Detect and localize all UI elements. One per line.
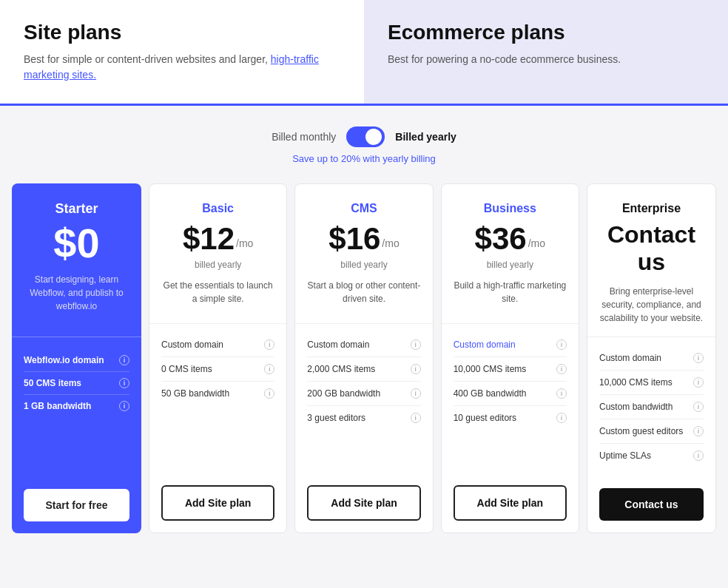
billing-toggle-row: Billed monthly Billed yearly: [272, 126, 456, 147]
enterprise-feature-editors: Custom guest editors i: [599, 419, 704, 444]
cms-feature-cms: 2,000 CMS items i: [307, 357, 420, 382]
business-header: Business $36 /mo billed yearly Build a h…: [442, 184, 579, 324]
cms-price-unit: /mo: [382, 237, 399, 249]
business-tagline: Build a high-traffic marketing site.: [454, 279, 567, 311]
billing-toggle[interactable]: [346, 126, 385, 147]
starter-cta-button[interactable]: Start for free: [24, 489, 129, 521]
basic-tagline: Get the essentials to launch a simple si…: [161, 279, 274, 311]
cms-price: $16: [328, 221, 380, 257]
business-info-cms[interactable]: i: [556, 364, 567, 374]
cms-info-domain[interactable]: i: [411, 339, 421, 350]
business-feature-cms: 10,000 CMS items i: [454, 357, 567, 382]
business-info-editors[interactable]: i: [556, 413, 567, 423]
info-icon-cms[interactable]: i: [119, 378, 129, 388]
starter-feature-bandwidth: 1 GB bandwidth i: [24, 395, 129, 417]
site-plans-title: Site plans: [24, 21, 340, 44]
enterprise-name: Enterprise: [599, 202, 704, 215]
cms-info-bandwidth[interactable]: i: [411, 388, 421, 399]
basic-feature-cms: 0 CMS items i: [161, 357, 274, 382]
enterprise-features: Custom domain i 10,000 CMS items i Custo…: [587, 337, 715, 476]
basic-name: Basic: [161, 202, 274, 215]
site-plans-desc: Best for simple or content-driven websit…: [24, 52, 340, 83]
business-feature-editors: 10 guest editors i: [454, 406, 567, 430]
enterprise-info-cms[interactable]: i: [693, 377, 704, 388]
enterprise-info-sla[interactable]: i: [693, 450, 704, 461]
business-name: Business: [454, 202, 567, 215]
cms-features: Custom domain i 2,000 CMS items i 200 GB…: [295, 324, 432, 473]
business-price-unit: /mo: [528, 237, 545, 249]
billing-save-text: Save up to 20% with yearly billing: [292, 153, 436, 164]
cms-cms-label: 2,000 CMS items: [307, 364, 375, 374]
enterprise-feature-sla: Uptime SLAs i: [599, 444, 704, 467]
cms-bandwidth-label: 200 GB bandwidth: [307, 388, 380, 399]
enterprise-info-editors[interactable]: i: [693, 426, 704, 436]
business-price: $36: [475, 221, 527, 257]
basic-price: $12: [183, 221, 235, 257]
basic-cta-button[interactable]: Add Site plan: [161, 485, 274, 521]
starter-feature-cms-label: 50 CMS items: [24, 378, 81, 388]
enterprise-sla-label: Uptime SLAs: [599, 450, 651, 461]
cms-price-row: $16 /mo: [307, 221, 420, 257]
plan-card-starter: Starter $0 Start designing, learn Webflo…: [12, 183, 141, 533]
basic-info-domain[interactable]: i: [264, 339, 274, 350]
starter-name: Starter: [24, 201, 129, 217]
business-features: Custom domain i 10,000 CMS items i 400 G…: [442, 324, 579, 473]
enterprise-feature-cms: 10,000 CMS items i: [599, 371, 704, 395]
business-info-bandwidth[interactable]: i: [556, 388, 567, 399]
enterprise-header: Enterprise Contact us Bring enterprise-l…: [587, 184, 715, 337]
business-domain-label: Custom domain: [454, 339, 516, 350]
cms-domain-label: Custom domain: [307, 339, 369, 350]
tab-ecommerce-plans[interactable]: Ecommerce plans Best for powering a no-c…: [364, 0, 728, 104]
enterprise-cms-label: 10,000 CMS items: [599, 377, 673, 388]
cms-cta-button[interactable]: Add Site plan: [307, 485, 420, 521]
basic-info-cms[interactable]: i: [264, 364, 274, 374]
starter-features: Webflow.io domain i 50 CMS items i 1 GB …: [12, 337, 141, 489]
basic-feature-domain: Custom domain i: [161, 333, 274, 357]
business-cms-label: 10,000 CMS items: [454, 364, 527, 374]
enterprise-desc: Bring enterprise-level security, complia…: [599, 285, 704, 325]
cms-feature-editors: 3 guest editors i: [307, 406, 420, 430]
cms-editors-label: 3 guest editors: [307, 413, 365, 423]
cms-feature-domain: Custom domain i: [307, 333, 420, 357]
business-editors-label: 10 guest editors: [454, 413, 516, 423]
basic-info-bandwidth[interactable]: i: [264, 388, 274, 399]
starter-header: Starter $0 Start designing, learn Webflo…: [12, 183, 141, 337]
enterprise-cta-button[interactable]: Contact us: [599, 488, 704, 521]
basic-billed: billed yearly: [161, 260, 274, 270]
business-info-domain[interactable]: i: [556, 339, 567, 350]
ecommerce-plans-title: Ecommerce plans: [388, 21, 704, 44]
cms-info-editors[interactable]: i: [411, 413, 421, 423]
billed-yearly-label: Billed yearly: [395, 131, 456, 143]
cms-billed: billed yearly: [307, 260, 420, 270]
enterprise-btn-wrap: Contact us: [587, 476, 715, 533]
high-traffic-link[interactable]: high-traffic marketing sites.: [24, 53, 319, 81]
basic-price-row: $12 /mo: [161, 221, 274, 257]
basic-header: Basic $12 /mo billed yearly Get the esse…: [149, 184, 286, 324]
info-icon-bandwidth[interactable]: i: [119, 401, 129, 411]
business-feature-domain: Custom domain i: [454, 333, 567, 357]
business-bandwidth-label: 400 GB bandwidth: [454, 388, 527, 399]
info-icon-domain[interactable]: i: [119, 355, 129, 365]
business-cta-button[interactable]: Add Site plan: [454, 485, 567, 521]
starter-feature-domain-label: Webflow.io domain: [24, 355, 104, 365]
starter-feature-domain: Webflow.io domain i: [24, 349, 129, 372]
enterprise-info-bandwidth[interactable]: i: [693, 402, 704, 412]
business-billed: billed yearly: [454, 260, 567, 270]
plan-card-business: Business $36 /mo billed yearly Build a h…: [441, 183, 579, 533]
tab-site-plans[interactable]: Site plans Best for simple or content-dr…: [0, 0, 364, 106]
starter-price: $0: [24, 223, 129, 264]
enterprise-feature-bandwidth: Custom bandwidth i: [599, 395, 704, 419]
enterprise-editors-label: Custom guest editors: [599, 426, 683, 436]
billing-section: Billed monthly Billed yearly Save up to …: [0, 106, 728, 176]
cms-name: CMS: [307, 202, 420, 215]
plans-section: Starter $0 Start designing, learn Webflo…: [0, 176, 728, 551]
enterprise-info-domain[interactable]: i: [693, 353, 704, 363]
basic-cms-label: 0 CMS items: [161, 364, 212, 374]
billed-monthly-label: Billed monthly: [272, 131, 336, 143]
cms-tagline: Start a blog or other content-driven sit…: [307, 279, 420, 311]
cms-info-cms[interactable]: i: [411, 364, 421, 374]
basic-btn-wrap: Add Site plan: [149, 473, 286, 533]
ecommerce-plans-desc: Best for powering a no-code ecommerce bu…: [388, 52, 704, 67]
starter-desc: Start designing, learn Webflow, and publ…: [24, 273, 129, 313]
plan-type-tabs: Site plans Best for simple or content-dr…: [0, 0, 728, 106]
